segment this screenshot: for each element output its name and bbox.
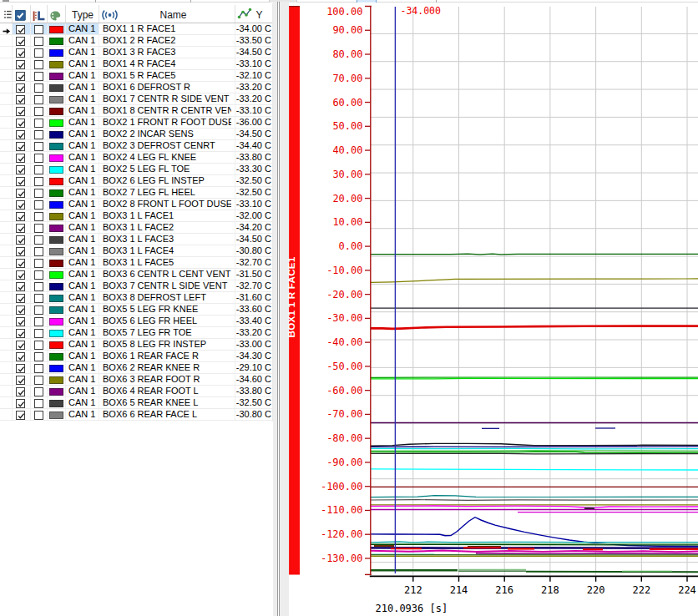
- y-axis-label: 30.00: [332, 169, 362, 180]
- trace-teal-c2: [371, 496, 698, 497]
- y-axis-label: 60.00: [332, 97, 362, 109]
- trace-dark-green-top: [371, 254, 698, 255]
- cursor-time-label: 210.0936 [s]: [376, 603, 448, 614]
- x-axis-label: 216: [495, 584, 513, 596]
- y-axis-label: 10.00: [332, 216, 362, 228]
- y-axis-label: 80.00: [332, 48, 362, 60]
- x-axis-label: 222: [632, 584, 650, 596]
- trace-cyan-mid: [371, 469, 698, 470]
- y-axis-label: -10.00: [326, 265, 362, 276]
- y-axis-label: -30.00: [326, 312, 362, 324]
- x-axis-label: 214: [450, 584, 468, 596]
- trace-ltgreen-c1: [371, 451, 698, 452]
- x-axis-label: 218: [541, 584, 559, 596]
- trace-red-selected: [371, 326, 698, 329]
- trace-purple-low: [476, 553, 698, 554]
- y-axis-label: -120.00: [321, 528, 363, 540]
- y-axis-label: -20.00: [326, 289, 362, 300]
- x-axis-label: 224: [678, 584, 696, 596]
- y-axis-label: -110.00: [321, 504, 363, 516]
- trace-lime-mid: [371, 378, 698, 379]
- y-axis-label: -70.00: [326, 408, 362, 420]
- y-axis-label: -100.00: [321, 481, 363, 492]
- trace-navy-c1: [371, 447, 698, 447]
- y-axis-label: -80.00: [326, 432, 362, 444]
- y-axis-label: -90.00: [326, 457, 362, 468]
- x-axis-label: 212: [404, 584, 422, 596]
- trace-teal-low: [371, 542, 698, 543]
- y-axis-label: -40.00: [326, 336, 362, 348]
- y-axis-label: -60.00: [326, 385, 362, 396]
- cursor-value-label: -34.000: [401, 5, 442, 17]
- y-axis-label: 50.00: [332, 120, 362, 132]
- y-axis-label: -50.00: [326, 361, 362, 372]
- y-axis-label: 70.00: [332, 73, 362, 84]
- trace-dark-hump: [371, 443, 698, 446]
- selected-signal-bar-edge: [289, 6, 300, 7]
- trace-darkgreen-low: [371, 544, 698, 545]
- trace-green-c1: [371, 452, 698, 452]
- graphics-window: Type Name Y CAN 1BOX1 1 R FACE1-34.00 CC…: [0, 0, 698, 616]
- y-axis-label: 90.00: [332, 24, 362, 36]
- trace-crimson-wiggle: [371, 551, 698, 553]
- y-axis-label: 0.00: [339, 240, 363, 252]
- trace-dkgreen-bottom-right: [526, 572, 698, 573]
- trace-gray-c2: [371, 500, 698, 501]
- y-axis-label: 40.00: [332, 144, 362, 156]
- y-axis-label: 20.00: [332, 193, 362, 204]
- trace-olive-top: [371, 279, 698, 282]
- y-axis-label: 100.00: [326, 6, 362, 18]
- x-axis-label: 220: [587, 584, 605, 596]
- y-axis-label: -130.00: [321, 553, 363, 564]
- selected-signal-bar-label: BOX1 1 R FACE1: [286, 256, 296, 337]
- plot-area[interactable]: 100.0090.0080.0070.0060.0050.0040.0030.0…: [0, 0, 698, 616]
